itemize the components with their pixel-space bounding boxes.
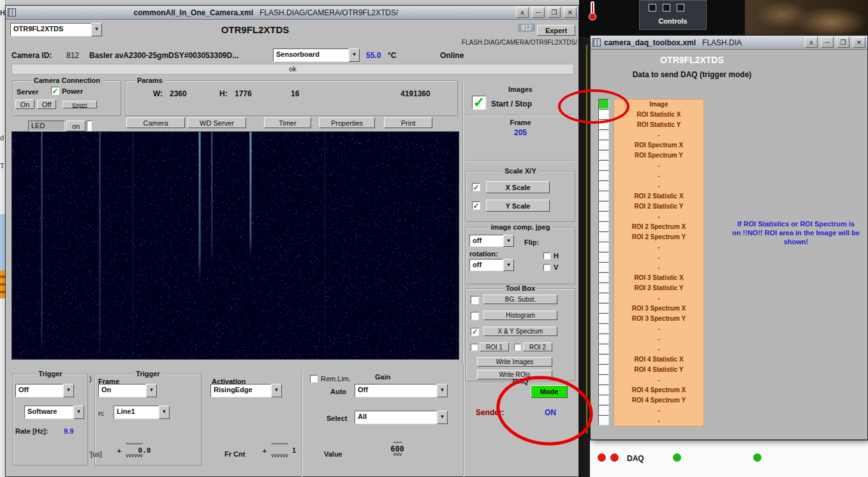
roi1-button[interactable]: ROI 1 — [480, 342, 509, 351]
controls-toolbox-icon[interactable] — [677, 4, 684, 11]
daq-list-item[interactable]: ROI Statistic Y — [614, 120, 703, 130]
daq-row-checkbox[interactable] — [598, 395, 609, 405]
daq-row-checkbox[interactable] — [598, 180, 609, 191]
daq-list-item[interactable]: - — [614, 171, 703, 181]
daq-list-item[interactable]: ROI 3 Spectrum X — [614, 304, 703, 314]
dropdown-arrow-icon[interactable]: ▼ — [159, 406, 170, 419]
daq-list-item[interactable]: ROI 4 Statistic X — [614, 355, 703, 365]
daq-list-item[interactable]: ROI 3 Statistic X — [614, 273, 703, 283]
spin-down-icon[interactable]: vvvvvv — [254, 454, 305, 457]
controls-label[interactable]: Controls — [640, 17, 706, 25]
daq-list-item[interactable]: ROI 3 Spectrum Y — [614, 314, 703, 324]
camera-image[interactable] — [11, 131, 459, 360]
daq-list-item[interactable]: - — [614, 242, 703, 253]
dropdown-arrow-icon[interactable]: ▼ — [271, 384, 282, 397]
lower-icon[interactable]: ─ — [532, 7, 545, 18]
histogram-button[interactable]: Histogram — [483, 311, 557, 320]
daq-list-item[interactable]: - — [614, 181, 703, 191]
daq-row-checkbox[interactable] — [598, 283, 609, 293]
daq-list-item[interactable]: - — [614, 263, 703, 273]
daq-row-checkbox[interactable] — [598, 99, 609, 109]
x-scale-button[interactable]: X Scale — [486, 181, 550, 193]
daq-row-checkbox[interactable] — [598, 211, 609, 221]
properties-button[interactable]: Properties — [319, 117, 375, 128]
bg-subst-button[interactable]: BG. Subst. — [483, 295, 557, 304]
daq-row-checkbox[interactable] — [598, 272, 609, 283]
daq-list-item[interactable]: ROI 4 Spectrum Y — [614, 395, 703, 406]
write-images-button[interactable]: Write Images — [477, 357, 552, 367]
roi1-checkbox[interactable] — [471, 344, 478, 351]
controls-toolbox-icon[interactable] — [649, 4, 656, 11]
flip-h-checkbox[interactable] — [543, 253, 550, 260]
daq-list-item[interactable]: - — [614, 406, 703, 416]
trigger-source-dropdown[interactable]: Software ▼ — [24, 406, 84, 419]
controls-toolbox-icon[interactable] — [663, 4, 670, 11]
daq-list-item[interactable]: - — [614, 324, 703, 334]
server-off-button[interactable]: Off — [37, 99, 56, 109]
daq-list-item[interactable]: ROI 2 Statistic X — [614, 191, 703, 202]
daq-row-checkbox[interactable] — [598, 252, 609, 262]
daq-row-checkbox[interactable] — [598, 334, 609, 344]
daq-list-item[interactable]: Image — [614, 99, 703, 110]
daq-list-item[interactable]: ROI Statistic X — [614, 110, 703, 120]
close-icon[interactable]: ✕ — [853, 37, 865, 48]
bg-subst-checkbox[interactable] — [471, 296, 479, 304]
daq-row-checkbox[interactable] — [598, 160, 609, 170]
gain-value-spinner[interactable]: ^^^ 600 vvv — [383, 443, 412, 456]
connection-expert-button[interactable]: Expert — [63, 101, 97, 108]
y-scale-checkbox[interactable]: ✓ — [472, 202, 480, 210]
dropdown-arrow-icon[interactable]: ▼ — [437, 411, 448, 424]
daq-row-checkbox[interactable] — [598, 140, 609, 150]
daq-row-checkbox[interactable] — [598, 109, 609, 119]
daq-list-item[interactable]: - — [614, 375, 703, 385]
gain-select-dropdown[interactable]: All ▼ — [355, 411, 448, 424]
timer-button[interactable]: Timer — [264, 117, 311, 128]
spin-down-icon[interactable]: vvvvvv — [108, 454, 159, 457]
daq-list-item[interactable]: ROI 2 Statistic Y — [614, 202, 703, 212]
activation-dropdown[interactable]: RisingEdge ▼ — [210, 384, 282, 397]
dropdown-arrow-icon[interactable]: ▼ — [349, 48, 360, 62]
daq-list-item[interactable]: ROI 2 Spectrum X — [614, 222, 703, 232]
daq-row-checkbox[interactable] — [598, 374, 609, 385]
start-stop-checkbox[interactable]: ✓ — [472, 96, 486, 110]
daq-row-checkbox[interactable] — [598, 303, 609, 313]
daq-list-item[interactable]: - — [614, 416, 703, 426]
daq-row-checkbox[interactable] — [598, 293, 609, 303]
roi2-checkbox[interactable] — [514, 344, 521, 351]
maximize-icon[interactable]: ❐ — [548, 7, 561, 18]
dropdown-arrow-icon[interactable]: ▼ — [63, 384, 74, 397]
flip-v-checkbox[interactable] — [543, 264, 550, 271]
rem-lim-checkbox[interactable] — [310, 375, 318, 383]
jpeg-dropdown[interactable]: off ▼ — [469, 235, 514, 247]
spin-down-icon[interactable]: vvv — [383, 453, 412, 456]
camera-button[interactable]: Camera — [126, 117, 185, 128]
daq-row-checkbox[interactable] — [598, 344, 609, 354]
daq-list-item[interactable]: ROI Spectrum X — [614, 140, 703, 150]
daq-row-checkbox[interactable] — [598, 201, 609, 211]
daq-list-item[interactable]: ROI 4 Spectrum X — [614, 385, 703, 395]
daq-row-checkbox[interactable] — [598, 385, 609, 395]
daq-row-checkbox[interactable] — [598, 221, 609, 231]
server-on-button[interactable]: On — [15, 99, 34, 109]
daq-row-checkbox[interactable] — [598, 364, 609, 374]
dropdown-arrow-icon[interactable]: ▼ — [437, 384, 448, 397]
sensor-select-dropdown[interactable]: Sensorboard ▼ — [273, 48, 360, 62]
lower-icon[interactable]: ─ — [821, 37, 834, 48]
exposure-spinner[interactable]: ^^^^^^ + 0.0 vvvvvv — [108, 444, 159, 457]
daq-row-checkbox[interactable] — [598, 323, 609, 334]
x-scale-checkbox[interactable]: ✓ — [472, 183, 480, 191]
daq-row-checkbox[interactable] — [598, 129, 609, 140]
expert-button[interactable]: Expert — [537, 25, 575, 36]
daq-row-checkbox[interactable] — [598, 191, 609, 201]
frame-trigger-dropdown[interactable]: On ▼ — [98, 384, 157, 397]
histogram-checkbox[interactable] — [471, 312, 479, 320]
spectrum-checkbox[interactable]: ✓ — [471, 328, 479, 336]
daq-list-item[interactable]: ROI 2 Spectrum Y — [614, 232, 703, 242]
daq-row-checkbox[interactable] — [598, 313, 609, 323]
roi2-button[interactable]: ROI 2 — [523, 342, 552, 351]
minimize-icon[interactable]: ∧ — [516, 7, 529, 18]
led-on-button[interactable]: on — [66, 121, 85, 131]
daq-list-item[interactable]: - — [614, 344, 703, 355]
daq-row-checkbox[interactable] — [598, 354, 609, 364]
close-icon[interactable]: ✕ — [564, 7, 577, 18]
